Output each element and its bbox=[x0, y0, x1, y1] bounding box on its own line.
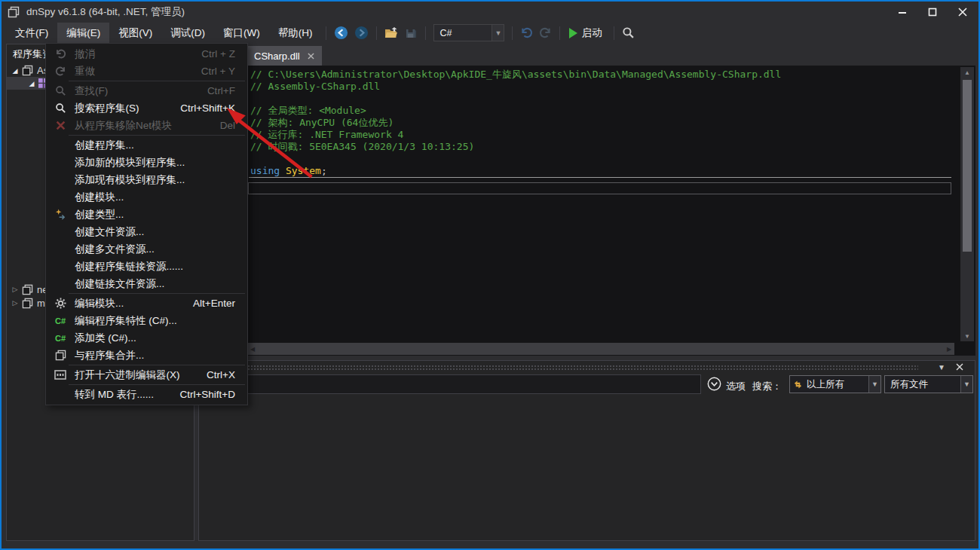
dnspy-window: dnSpy v6.1.8 (64-bit, .NET, 管理员) 文件(F)编辑… bbox=[0, 0, 980, 550]
vertical-scrollbar[interactable]: ▲ ▼ bbox=[960, 67, 974, 341]
search-icon bbox=[46, 85, 75, 96]
close-button[interactable] bbox=[956, 5, 969, 19]
menu-item[interactable]: 添加新的模块到程序集... bbox=[46, 154, 247, 171]
navigate-back-button[interactable] bbox=[331, 24, 351, 42]
menu-item[interactable]: 创建多文件资源... bbox=[46, 240, 247, 258]
menu-item[interactable]: 创建链接文件资源... bbox=[46, 275, 247, 292]
menu-item[interactable]: 创建程序集... bbox=[46, 136, 247, 154]
options-label[interactable]: 选项 bbox=[726, 380, 746, 393]
gear-icon bbox=[46, 298, 75, 309]
scroll-up-icon[interactable]: ▲ bbox=[960, 67, 974, 78]
options-expander-icon[interactable] bbox=[707, 377, 721, 391]
menu-item[interactable]: 创建模块... bbox=[46, 188, 247, 206]
maximize-button[interactable] bbox=[926, 5, 939, 19]
menu-item-label: 编辑程序集特性 (C#)... bbox=[75, 314, 235, 328]
save-all-button[interactable] bbox=[402, 24, 421, 42]
code-line: // 架构: AnyCPU (64位优先) bbox=[250, 117, 953, 129]
code-line: using System; bbox=[250, 165, 953, 177]
menu-调试D[interactable]: 调试(D) bbox=[161, 23, 214, 44]
scroll-left-icon[interactable]: ◀ bbox=[247, 346, 258, 353]
menu-item[interactable]: 添加现有模块到程序集... bbox=[46, 171, 247, 188]
undo-icon bbox=[46, 48, 75, 60]
minimize-button[interactable] bbox=[896, 5, 909, 19]
menu-separator bbox=[69, 293, 245, 294]
menu-item[interactable]: 打开十六进制编辑器(X)Ctrl+X bbox=[46, 366, 247, 383]
csharp-icon: C# bbox=[46, 334, 75, 343]
toolbar-separator bbox=[376, 26, 377, 40]
menu-item[interactable]: 转到 MD 表行......Ctrl+Shift+D bbox=[46, 386, 247, 403]
menu-item-shortcut: Ctrl + Y bbox=[201, 66, 247, 77]
code-line: // C:\Users\Administrator\Desktop\ApkIDE… bbox=[250, 69, 953, 81]
tab-csharp-dll[interactable]: CSharp.dll bbox=[247, 46, 322, 66]
code-editor[interactable]: // C:\Users\Administrator\Desktop\ApkIDE… bbox=[198, 66, 975, 356]
file-filter-dropdown[interactable]: 所有文件 ▼ bbox=[884, 375, 973, 393]
panel-close-icon[interactable] bbox=[954, 362, 966, 372]
start-button[interactable]: 启动 bbox=[565, 24, 609, 42]
menu-item-shortcut: Ctrl + Z bbox=[201, 48, 247, 60]
chevron-down-icon: ▼ bbox=[492, 25, 504, 41]
search-toolbar-button[interactable] bbox=[619, 24, 638, 42]
dnspy-logo-icon bbox=[8, 6, 20, 18]
menu-item[interactable]: 创建类型... bbox=[46, 206, 247, 223]
collapsed-twisty-icon[interactable]: ▷ bbox=[10, 286, 20, 293]
menu-视图V[interactable]: 视图(V) bbox=[109, 23, 161, 44]
menu-item[interactable]: C#添加类 (C#)... bbox=[46, 329, 247, 347]
menu-文件F[interactable]: 文件(F) bbox=[6, 23, 57, 44]
expanded-twisty-icon[interactable]: ◢ bbox=[10, 67, 20, 75]
menu-item-shortcut: Ctrl+Shift+K bbox=[180, 102, 247, 114]
menu-item-label: 转到 MD 表行...... bbox=[75, 388, 179, 402]
tab-close-icon[interactable] bbox=[308, 53, 314, 60]
menu-帮助H[interactable]: 帮助(H) bbox=[269, 23, 322, 44]
menu-item[interactable]: 创建文件资源... bbox=[46, 223, 247, 240]
new-type-icon bbox=[46, 209, 75, 220]
open-file-button[interactable] bbox=[381, 24, 402, 42]
search-scope-value: 以上所有 bbox=[803, 378, 868, 391]
menu-item-label: 创建链接文件资源... bbox=[75, 277, 235, 291]
language-select[interactable]: C# ▼ bbox=[433, 24, 504, 41]
panel-menu-chevron-icon[interactable]: ▼ bbox=[936, 362, 948, 372]
scroll-right-icon[interactable]: ▶ bbox=[944, 346, 954, 353]
redo-icon bbox=[46, 66, 75, 77]
menu-item-label: 创建文件资源... bbox=[75, 225, 235, 239]
assembly-icon bbox=[22, 298, 33, 309]
menu-item[interactable]: 编辑模块...Alt+Enter bbox=[46, 295, 247, 312]
menu-item[interactable]: 搜索程序集(S)Ctrl+Shift+K bbox=[46, 99, 247, 117]
toolbar-separator bbox=[559, 26, 560, 40]
menu-item-label: 添加现有模块到程序集... bbox=[75, 173, 235, 187]
current-line-box bbox=[248, 182, 951, 194]
menu-item: 重做Ctrl + Y bbox=[46, 63, 247, 80]
menu-item-label: 查找(F) bbox=[75, 84, 207, 98]
collapsed-twisty-icon[interactable]: ▷ bbox=[10, 299, 20, 307]
scroll-down-icon[interactable]: ▼ bbox=[960, 331, 974, 341]
panel-drag-grip[interactable] bbox=[205, 365, 918, 371]
assembly-icon bbox=[22, 284, 33, 295]
menu-item[interactable]: 与程序集合并... bbox=[46, 347, 247, 364]
decompiled-code: // C:\Users\Administrator\Desktop\ApkIDE… bbox=[250, 69, 953, 177]
hex-icon bbox=[46, 370, 75, 380]
toolbar-separator bbox=[425, 26, 426, 40]
menu-item-label: 打开十六进制编辑器(X) bbox=[75, 368, 207, 382]
menu-item-label: 创建类型... bbox=[75, 208, 235, 222]
code-line: // Assembly-CSharp.dll bbox=[250, 81, 953, 93]
vertical-scrollbar-thumb[interactable] bbox=[963, 80, 972, 252]
menu-item: 撤消Ctrl + Z bbox=[46, 45, 247, 63]
menu-item[interactable]: 创建程序集链接资源...... bbox=[46, 258, 247, 275]
search-input[interactable] bbox=[204, 374, 701, 394]
menu-窗口W[interactable]: 窗口(W) bbox=[214, 23, 269, 44]
undo-toolbar-button[interactable] bbox=[517, 24, 536, 42]
menu-item-label: 撤消 bbox=[75, 47, 201, 61]
search-scope-dropdown[interactable]: 以上所有 ▼ bbox=[789, 375, 881, 393]
horizontal-scrollbar[interactable]: ◀ ▶ bbox=[247, 343, 954, 355]
menu-item[interactable]: C#编辑程序集特性 (C#)... bbox=[46, 312, 247, 329]
redo-toolbar-button[interactable] bbox=[536, 24, 555, 42]
code-line bbox=[250, 153, 953, 165]
menu-item-label: 编辑模块... bbox=[75, 297, 193, 310]
code-line: // 全局类型: <Module> bbox=[250, 105, 953, 117]
menu-separator bbox=[69, 384, 245, 385]
menu-编辑E[interactable]: 编辑(E) bbox=[57, 23, 109, 44]
menu-separator bbox=[69, 81, 245, 81]
expanded-twisty-icon[interactable]: ◢ bbox=[26, 80, 37, 87]
navigate-forward-button[interactable] bbox=[351, 24, 372, 42]
toolbar-separator bbox=[512, 26, 513, 40]
menu-separator bbox=[69, 365, 245, 365]
